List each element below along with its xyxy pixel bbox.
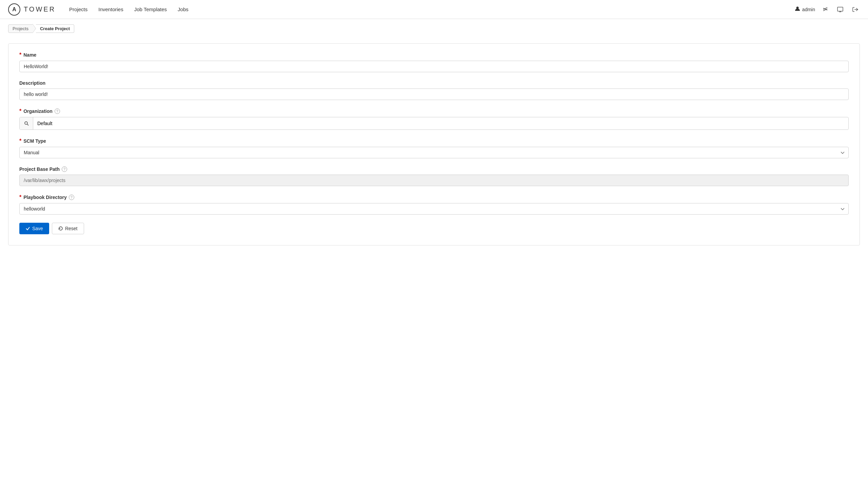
description-label: Description	[19, 80, 849, 86]
nav-item-jobs[interactable]: Jobs	[178, 5, 189, 14]
name-group: * Name	[19, 52, 849, 72]
main-nav: Projects Inventories Job Templates Jobs	[69, 5, 795, 14]
org-required: *	[19, 108, 21, 114]
header: A TOWER Projects Inventories Job Templat…	[0, 0, 868, 19]
project-base-path-help-icon[interactable]: ?	[62, 166, 67, 172]
organization-label: * Organization ?	[19, 108, 849, 114]
nav-item-projects[interactable]: Projects	[69, 5, 87, 14]
breadcrumb-projects[interactable]: Projects	[8, 24, 33, 33]
scm-type-label: * SCM Type	[19, 138, 849, 144]
playbook-directory-group: * Playbook Directory ? helloworld	[19, 194, 849, 215]
project-base-path-label: Project Base Path ?	[19, 166, 849, 172]
organization-group: * Organization ?	[19, 108, 849, 130]
user-menu[interactable]: admin	[795, 6, 815, 13]
name-label: * Name	[19, 52, 849, 58]
name-input[interactable]	[19, 61, 849, 72]
scm-required: *	[19, 138, 21, 144]
nav-item-job-templates[interactable]: Job Templates	[134, 5, 167, 14]
project-base-path-group: Project Base Path ?	[19, 166, 849, 186]
playbook-directory-help-icon[interactable]: ?	[69, 195, 74, 200]
description-group: Description	[19, 80, 849, 100]
organization-search-icon	[20, 117, 33, 130]
save-button[interactable]: Save	[19, 223, 49, 234]
svg-line-9	[27, 124, 28, 126]
description-input[interactable]	[19, 88, 849, 100]
form-card: * Name Description * Organization ?	[8, 43, 860, 245]
organization-input[interactable]	[33, 118, 848, 129]
breadcrumb-create-project[interactable]: Create Project	[36, 24, 74, 33]
playbook-required: *	[19, 194, 21, 200]
reset-button[interactable]: Reset	[52, 223, 84, 234]
organization-search-wrapper	[19, 117, 849, 130]
playbook-directory-label: * Playbook Directory ?	[19, 194, 849, 200]
logout-icon[interactable]	[850, 5, 860, 14]
logo-icon: A	[8, 3, 20, 16]
svg-rect-4	[837, 7, 843, 11]
name-required: *	[19, 52, 21, 58]
playbook-directory-select[interactable]: helloworld	[19, 203, 849, 215]
username-label: admin	[802, 7, 815, 12]
nav-item-inventories[interactable]: Inventories	[98, 5, 123, 14]
settings-icon[interactable]	[821, 5, 830, 14]
breadcrumb-separator	[33, 24, 36, 33]
user-icon	[795, 6, 800, 13]
organization-help-icon[interactable]: ?	[55, 108, 60, 114]
project-base-path-input	[19, 175, 849, 186]
form-actions: Save Reset	[19, 223, 849, 234]
scm-type-group: * SCM Type Manual Git Mercurial Subversi…	[19, 138, 849, 158]
logo-text: TOWER	[24, 5, 56, 13]
main-content: * Name Description * Organization ?	[0, 38, 868, 251]
svg-point-8	[25, 122, 27, 124]
breadcrumb: Projects Create Project	[0, 19, 868, 38]
header-right: admin	[795, 5, 860, 14]
display-icon[interactable]	[835, 5, 845, 14]
logo: A TOWER	[8, 3, 56, 16]
scm-type-select[interactable]: Manual Git Mercurial Subversion Insights	[19, 147, 849, 158]
